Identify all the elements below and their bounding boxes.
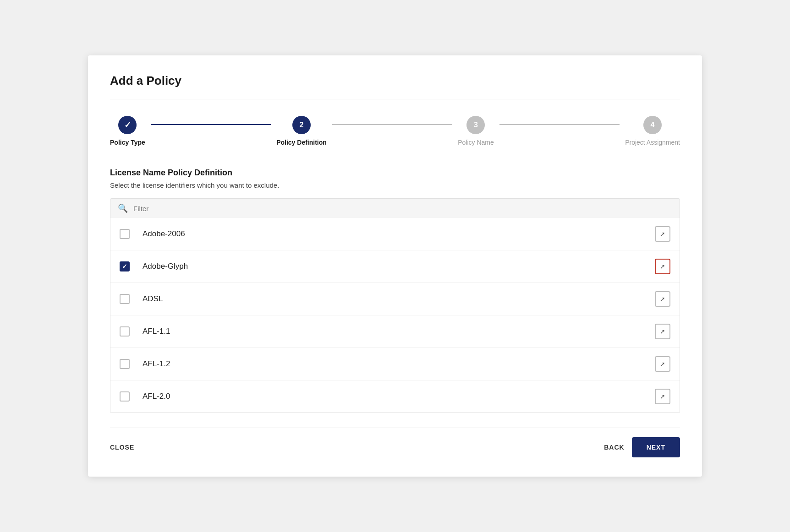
license-label-afl-1-2: AFL-1.2 — [143, 359, 655, 369]
checkbox-afl-1-2[interactable] — [120, 359, 130, 369]
checkbox-adobe-glyph[interactable] — [120, 261, 130, 271]
external-link-adsl[interactable]: ➚ — [655, 291, 670, 307]
next-button[interactable]: NEXT — [632, 437, 680, 457]
license-label-afl-2-0: AFL-2.0 — [143, 392, 655, 401]
external-link-afl-1-2[interactable]: ➚ — [655, 356, 670, 372]
list-item: AFL-1.1 ➚ — [110, 315, 680, 348]
connector-3-4 — [499, 124, 620, 125]
external-link-icon: ➚ — [660, 230, 665, 238]
checkbox-adsl[interactable] — [120, 294, 130, 304]
list-item: ADSL ➚ — [110, 283, 680, 315]
section-subtitle: Select the license identifiers which you… — [110, 181, 680, 189]
checkbox-afl-1-1[interactable] — [120, 326, 130, 337]
filter-bar: 🔍 — [110, 198, 680, 218]
step-4-label: Project Assignment — [625, 139, 680, 146]
step-1-label: Policy Type — [110, 139, 145, 146]
step-policy-type: ✓ Policy Type — [110, 116, 145, 146]
step-policy-name: 3 Policy Name — [458, 116, 494, 146]
footer: CLOSE BACK NEXT — [110, 428, 680, 457]
license-list: Adobe-2006 ➚ Adobe-Glyph ➚ ADSL ➚ AFL-1.… — [110, 218, 680, 413]
modal-title: Add a Policy — [110, 74, 680, 88]
section-title: License Name Policy Definition — [110, 168, 680, 178]
connector-1-2 — [151, 124, 271, 125]
external-link-icon: ➚ — [660, 295, 665, 303]
checkbox-afl-2-0[interactable] — [120, 391, 130, 402]
external-link-afl-1-1[interactable]: ➚ — [655, 324, 670, 339]
list-item: AFL-1.2 ➚ — [110, 348, 680, 380]
step-2-label: Policy Definition — [276, 139, 327, 146]
list-item: Adobe-Glyph ➚ — [110, 250, 680, 283]
external-link-adobe-2006[interactable]: ➚ — [655, 226, 670, 242]
filter-input[interactable] — [133, 205, 672, 212]
back-button[interactable]: BACK — [604, 444, 624, 451]
connector-2-3 — [332, 124, 452, 125]
footer-right: BACK NEXT — [604, 437, 680, 457]
external-link-icon: ➚ — [660, 360, 665, 368]
external-link-adobe-glyph[interactable]: ➚ — [655, 259, 670, 274]
license-label-adobe-2006: Adobe-2006 — [143, 229, 655, 239]
step-2-circle: 2 — [292, 116, 311, 134]
step-1-check: ✓ — [124, 120, 131, 130]
stepper: ✓ Policy Type 2 Policy Definition 3 Poli… — [110, 116, 680, 146]
title-divider — [110, 99, 680, 99]
license-label-adsl: ADSL — [143, 294, 655, 304]
step-4-number: 4 — [651, 121, 655, 129]
step-2-number: 2 — [300, 121, 304, 129]
close-button[interactable]: CLOSE — [110, 444, 134, 451]
step-4-circle: 4 — [643, 116, 662, 134]
license-label-afl-1-1: AFL-1.1 — [143, 327, 655, 336]
external-link-icon: ➚ — [660, 263, 665, 270]
external-link-icon: ➚ — [660, 328, 665, 335]
external-link-icon: ➚ — [660, 393, 665, 400]
search-icon: 🔍 — [118, 203, 128, 213]
add-policy-modal: Add a Policy ✓ Policy Type 2 Policy Defi… — [88, 55, 702, 477]
step-3-circle: 3 — [466, 116, 485, 134]
step-3-label: Policy Name — [458, 139, 494, 146]
step-project-assignment: 4 Project Assignment — [625, 116, 680, 146]
list-item: AFL-2.0 ➚ — [110, 380, 680, 413]
step-policy-definition: 2 Policy Definition — [276, 116, 327, 146]
checkbox-adobe-2006[interactable] — [120, 229, 130, 239]
license-label-adobe-glyph: Adobe-Glyph — [143, 262, 655, 271]
step-1-circle: ✓ — [118, 116, 137, 134]
step-3-number: 3 — [474, 121, 478, 129]
external-link-afl-2-0[interactable]: ➚ — [655, 389, 670, 404]
list-item: Adobe-2006 ➚ — [110, 218, 680, 250]
